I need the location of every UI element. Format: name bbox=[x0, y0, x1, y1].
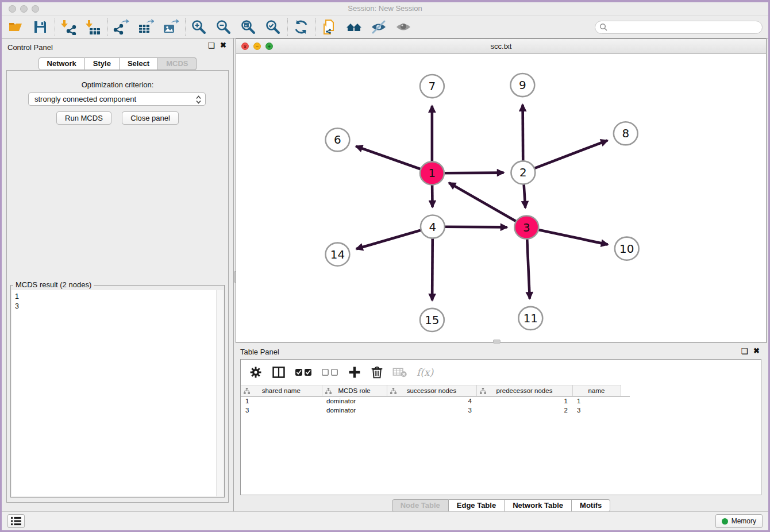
table-cell[interactable]: dominator bbox=[322, 406, 387, 415]
toolbar-separator bbox=[55, 18, 55, 36]
gear-icon[interactable] bbox=[249, 365, 263, 379]
app-titlebar: Session: New Session bbox=[2, 2, 768, 16]
column-header-shared-name[interactable]: shared name bbox=[241, 385, 322, 396]
tab-network-table[interactable]: Network Table bbox=[505, 499, 572, 512]
mcds-result-text: 1 3 bbox=[11, 290, 224, 313]
horizontal-splitter-handle[interactable] bbox=[493, 340, 500, 344]
export-network-icon[interactable] bbox=[113, 19, 129, 35]
table-cell[interactable]: 4 bbox=[387, 396, 476, 406]
graph-edge-4-15[interactable] bbox=[432, 238, 433, 300]
zoom-fit-icon[interactable] bbox=[240, 19, 256, 35]
zoom-in-icon[interactable] bbox=[191, 19, 207, 35]
graph-node-11[interactable]: 11 bbox=[518, 307, 542, 330]
table-cell[interactable]: 3 bbox=[572, 406, 621, 415]
network-canvas[interactable]: 7968124314101511 bbox=[237, 54, 765, 342]
home-neighbors-icon[interactable] bbox=[346, 19, 362, 35]
export-table-icon[interactable] bbox=[138, 19, 154, 35]
graph-edge-3-10[interactable] bbox=[538, 230, 608, 245]
column-header-MCDS-role[interactable]: MCDS role bbox=[322, 385, 387, 396]
show-all-icon[interactable] bbox=[395, 19, 411, 35]
graph-node-8[interactable]: 8 bbox=[614, 122, 638, 145]
graph-node-1[interactable]: 1 bbox=[420, 161, 444, 184]
graph-node-label: 9 bbox=[519, 78, 526, 92]
graph-edge-4-14[interactable] bbox=[356, 230, 422, 249]
hide-selected-icon[interactable] bbox=[371, 19, 387, 35]
zoom-selected-icon[interactable] bbox=[265, 19, 281, 35]
close-table-panel-icon[interactable]: ✖ bbox=[753, 347, 760, 355]
graph-node-label: 3 bbox=[523, 221, 530, 234]
export-image-icon[interactable] bbox=[163, 19, 179, 35]
table-cell[interactable]: 3 bbox=[387, 406, 476, 415]
tab-network[interactable]: Network bbox=[38, 57, 85, 70]
deselect-all-checkboxes-icon[interactable] bbox=[321, 368, 338, 377]
memory-button[interactable]: Memory bbox=[715, 514, 763, 528]
graph-edge-4-3[interactable] bbox=[444, 227, 507, 228]
graph-edge-2-9[interactable] bbox=[523, 105, 523, 161]
close-panel-icon[interactable]: ✖ bbox=[220, 41, 226, 49]
table-cell[interactable]: 1 bbox=[572, 396, 621, 406]
control-panel: Control Panel ❏ ✖ Network Style Select M… bbox=[2, 38, 234, 511]
table-panel: Table Panel ❏ ✖ f(x) shared nameMCDS rol… bbox=[236, 345, 767, 511]
graph-node-9[interactable]: 9 bbox=[510, 74, 534, 97]
column-header-predecessor-nodes[interactable]: predecessor nodes bbox=[476, 385, 572, 396]
tab-edge-table[interactable]: Edge Table bbox=[449, 499, 505, 512]
save-session-icon[interactable] bbox=[32, 19, 48, 35]
import-network-icon[interactable] bbox=[60, 19, 76, 35]
tab-style[interactable]: Style bbox=[85, 57, 120, 70]
network-window-title: scc.txt bbox=[236, 42, 766, 51]
table-cell[interactable]: 3 bbox=[241, 406, 322, 415]
copy-view-icon[interactable] bbox=[321, 19, 337, 35]
main-toolbar bbox=[2, 16, 768, 38]
refresh-icon[interactable] bbox=[293, 19, 309, 35]
split-columns-icon[interactable] bbox=[272, 365, 286, 379]
network-window-titlebar[interactable]: x – + scc.txt bbox=[236, 39, 766, 54]
graph-edge-3-1[interactable] bbox=[449, 183, 517, 221]
float-panel-icon[interactable]: ❏ bbox=[208, 41, 215, 49]
graph-edge-2-8[interactable] bbox=[534, 140, 607, 168]
optimization-criterion-select[interactable]: strongly connected component bbox=[28, 92, 206, 106]
select-all-checkboxes-icon[interactable] bbox=[295, 368, 312, 377]
open-session-icon[interactable] bbox=[7, 19, 24, 35]
graph-edge-2-3[interactable] bbox=[524, 184, 526, 207]
table-cell[interactable]: 2 bbox=[476, 406, 572, 415]
table-row[interactable]: 3dominator323 bbox=[241, 406, 630, 415]
graph-node-10[interactable]: 10 bbox=[615, 237, 639, 260]
float-table-panel-icon[interactable]: ❏ bbox=[741, 347, 749, 355]
zoom-out-icon[interactable] bbox=[215, 19, 232, 35]
graph-node-label: 8 bbox=[622, 126, 629, 140]
import-table-icon[interactable] bbox=[85, 19, 101, 35]
graph-edge-1-6[interactable] bbox=[356, 147, 421, 169]
search-field-wrap bbox=[595, 21, 763, 34]
table-cell[interactable]: 1 bbox=[476, 396, 572, 406]
tab-mcds[interactable]: MCDS bbox=[158, 57, 197, 70]
graph-node-4[interactable]: 4 bbox=[421, 215, 445, 238]
run-mcds-button[interactable]: Run MCDS bbox=[56, 111, 111, 125]
tab-node-table[interactable]: Node Table bbox=[392, 499, 449, 512]
graph-edge-3-11[interactable] bbox=[527, 239, 530, 299]
add-icon[interactable] bbox=[348, 365, 361, 379]
graph-node-2[interactable]: 2 bbox=[511, 161, 535, 184]
delete-icon[interactable] bbox=[371, 365, 383, 379]
table-cell-filler bbox=[621, 406, 630, 415]
result-scrollbar[interactable] bbox=[216, 290, 224, 496]
graph-node-6[interactable]: 6 bbox=[325, 128, 349, 151]
graph-node-7[interactable]: 7 bbox=[420, 75, 444, 98]
graph-node-3[interactable]: 3 bbox=[514, 216, 538, 239]
graph-edge-1-2[interactable] bbox=[444, 173, 504, 174]
tab-select[interactable]: Select bbox=[120, 57, 158, 70]
column-header-name[interactable]: name bbox=[572, 385, 621, 396]
table-cell[interactable]: 1 bbox=[241, 396, 322, 406]
delete-table-icon[interactable] bbox=[392, 367, 407, 378]
graph-node-14[interactable]: 14 bbox=[325, 243, 349, 266]
function-builder-icon[interactable]: f(x) bbox=[417, 367, 433, 378]
close-panel-button[interactable]: Close panel bbox=[122, 111, 179, 125]
graph-node-label: 1 bbox=[429, 166, 436, 180]
table-row[interactable]: 1dominator411 bbox=[241, 396, 630, 406]
graph-node-15[interactable]: 15 bbox=[420, 309, 444, 331]
table-cell[interactable]: dominator bbox=[322, 396, 387, 406]
tab-motifs[interactable]: Motifs bbox=[572, 499, 610, 512]
search-input[interactable] bbox=[595, 21, 763, 34]
column-header-successor-nodes[interactable]: successor nodes bbox=[387, 385, 476, 396]
task-history-button[interactable] bbox=[7, 514, 25, 528]
memory-status-icon bbox=[722, 518, 728, 525]
